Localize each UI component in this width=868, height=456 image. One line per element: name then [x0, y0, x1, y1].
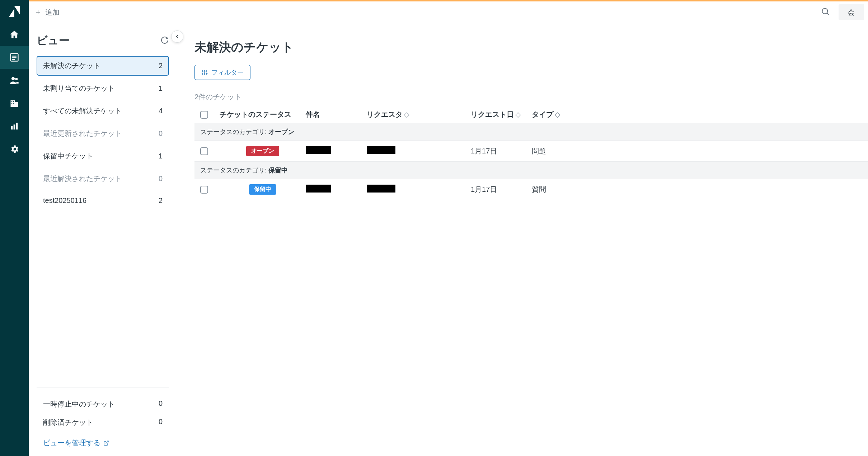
view-item[interactable]: test202501162: [37, 191, 169, 210]
refresh-views-button[interactable]: [160, 36, 169, 46]
view-footer-count: 0: [159, 399, 163, 409]
svg-rect-14: [11, 126, 13, 129]
group-value: オープン: [268, 128, 294, 136]
select-all-checkbox[interactable]: [200, 111, 208, 119]
product-logo: [0, 0, 29, 23]
svg-point-19: [822, 8, 827, 14]
cell-date: 1月17日: [471, 185, 532, 194]
view-item-label: 最近解決されたチケット: [43, 174, 122, 184]
view-item[interactable]: すべての未解決チケット4: [37, 101, 169, 121]
svg-marker-1: [14, 6, 20, 14]
view-item-label: test20250116: [43, 196, 86, 205]
nav-customers[interactable]: [0, 69, 29, 92]
view-item[interactable]: 最近更新されたチケット0: [37, 124, 169, 143]
views-title: ビュー: [37, 33, 70, 48]
refresh-icon: [160, 36, 169, 44]
table-row[interactable]: オープン1月17日問題: [194, 141, 868, 162]
view-item[interactable]: 未割り当てのチケット1: [37, 79, 169, 98]
page-title: 未解決のチケット: [194, 39, 868, 56]
col-subject[interactable]: 件名: [306, 110, 367, 119]
group-header: ステータスのカテゴリ: 保留中: [194, 162, 868, 179]
ticket-area: 未解決のチケット フィルター 2件のチケット チケットのステータス 件名 リクエ…: [177, 23, 868, 456]
view-item-count: 1: [159, 152, 163, 160]
view-item-count: 2: [159, 196, 163, 205]
svg-rect-15: [14, 124, 15, 129]
row-checkbox[interactable]: [200, 147, 208, 155]
filter-label: フィルター: [211, 68, 244, 77]
svg-rect-11: [13, 101, 14, 102]
view-footer-item[interactable]: 削除済チケット0: [37, 413, 169, 432]
svg-rect-10: [11, 101, 12, 102]
view-item[interactable]: 未解決のチケット2: [37, 56, 169, 76]
view-item-label: 最近更新されたチケット: [43, 129, 122, 138]
view-item-count: 0: [159, 175, 163, 183]
nav-reporting[interactable]: [0, 115, 29, 138]
cell-requester: [367, 146, 395, 154]
views-footer: 一時停止中のチケット0削除済チケット0 ビューを管理する: [37, 388, 169, 448]
plus-icon: [34, 9, 42, 16]
view-footer-count: 0: [159, 418, 163, 427]
external-link-icon: [103, 440, 109, 446]
svg-rect-13: [13, 103, 14, 104]
view-item[interactable]: 保留中チケット1: [37, 146, 169, 166]
group-header: ステータスのカテゴリ: オープン: [194, 123, 868, 141]
sort-indicator-icon: ◇: [404, 110, 409, 118]
ticket-count: 2件のチケット: [194, 92, 868, 102]
filter-button[interactable]: フィルター: [194, 65, 250, 80]
view-footer-item[interactable]: 一時停止中のチケット0: [37, 395, 169, 413]
nav-views[interactable]: [0, 46, 29, 69]
view-item[interactable]: 最近解決されたチケット0: [37, 169, 169, 189]
chevron-left-icon: [174, 33, 180, 40]
cell-requester: [367, 185, 395, 193]
view-item-label: すべての未解決チケット: [43, 106, 122, 116]
row-checkbox[interactable]: [200, 186, 208, 194]
table-header: チケットのステータス 件名 リクエスタ◇ リクエスト日◇ タイプ◇: [194, 106, 868, 123]
view-item-label: 未解決のチケット: [43, 61, 100, 71]
topbar: 追加 会: [29, 0, 868, 23]
sort-indicator-icon: ◇: [555, 110, 560, 118]
view-item-label: 保留中チケット: [43, 151, 93, 161]
group-value: 保留中: [268, 167, 288, 174]
svg-line-20: [827, 13, 829, 15]
ticket-table: チケットのステータス 件名 リクエスタ◇ リクエスト日◇ タイプ◇ ステータスの…: [194, 106, 868, 200]
col-requested-date[interactable]: リクエスト日◇: [471, 110, 532, 119]
sliders-icon: [201, 69, 208, 76]
svg-rect-12: [11, 103, 12, 104]
col-type[interactable]: タイプ◇: [532, 110, 575, 119]
col-requester[interactable]: リクエスタ◇: [367, 110, 471, 119]
svg-point-6: [11, 77, 15, 80]
view-item-count: 4: [159, 107, 163, 115]
view-footer-label: 一時停止中のチケット: [43, 399, 115, 409]
collapse-panel-button[interactable]: [171, 30, 183, 43]
svg-point-7: [15, 78, 18, 80]
view-item-count: 0: [159, 129, 163, 138]
sort-indicator-icon: ◇: [515, 110, 521, 118]
svg-rect-16: [16, 123, 18, 130]
nav-admin[interactable]: [0, 138, 29, 161]
group-label: ステータスのカテゴリ:: [200, 128, 268, 136]
cell-subject: [306, 185, 331, 193]
nav-home[interactable]: [0, 23, 29, 46]
views-list: 未解決のチケット2未割り当てのチケット1すべての未解決チケット4最近更新されたチ…: [37, 56, 169, 210]
group-label: ステータスのカテゴリ:: [200, 167, 268, 174]
add-tab-label: 追加: [45, 8, 60, 17]
status-badge: オープン: [246, 146, 279, 156]
nav-organizations[interactable]: [0, 92, 29, 115]
manage-views-link[interactable]: ビューを管理する: [43, 438, 109, 448]
views-panel: ビュー 未解決のチケット2未割り当てのチケット1すべての未解決チケット4最近更新…: [29, 23, 177, 456]
view-item-count: 2: [159, 62, 163, 70]
add-tab-button[interactable]: 追加: [34, 8, 60, 17]
view-footer-label: 削除済チケット: [43, 418, 93, 427]
cell-type: 問題: [532, 146, 575, 156]
col-status[interactable]: チケットのステータス: [220, 110, 306, 119]
search-button[interactable]: [821, 7, 830, 18]
cell-subject: [306, 146, 331, 154]
search-icon: [821, 7, 830, 16]
svg-line-21: [106, 441, 108, 443]
svg-marker-0: [9, 9, 14, 17]
topbar-right-button[interactable]: 会: [839, 4, 864, 20]
view-item-count: 1: [159, 84, 163, 92]
status-badge: 保留中: [249, 184, 276, 195]
table-row[interactable]: 保留中1月17日質問: [194, 179, 868, 200]
svg-rect-9: [15, 102, 18, 107]
